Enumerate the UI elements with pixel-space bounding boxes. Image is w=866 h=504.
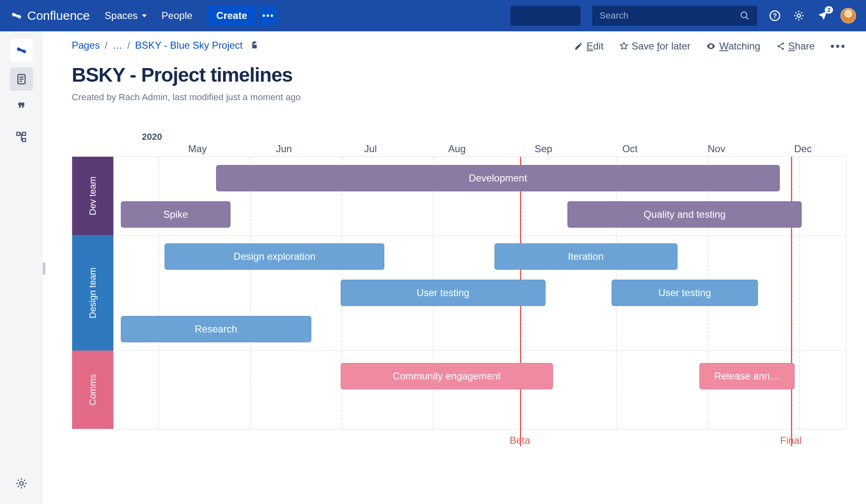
page-title: BSKY - Project timelines bbox=[72, 64, 846, 86]
bar-research[interactable]: Research bbox=[121, 316, 311, 342]
month-label: Aug bbox=[414, 143, 500, 156]
bar-user-testing-1[interactable]: User testing bbox=[341, 280, 546, 306]
month-label: Oct bbox=[587, 143, 673, 156]
breadcrumb: Pages / … / BSKY - Blue Sky Project bbox=[72, 40, 574, 51]
create-button[interactable]: Create bbox=[207, 6, 257, 26]
lane-label-design: Design team bbox=[72, 235, 113, 351]
bar-release-announcement[interactable]: Release ann… bbox=[699, 363, 795, 389]
user-avatar[interactable] bbox=[840, 8, 856, 24]
svg-line-18 bbox=[779, 47, 782, 49]
search-input[interactable]: Search bbox=[592, 6, 757, 26]
search-placeholder: Search bbox=[600, 10, 628, 21]
left-rail: ❞ bbox=[0, 31, 43, 504]
main-content: Edit Save for later Watching Share ••• P… bbox=[43, 31, 866, 504]
watching-button[interactable]: Watching bbox=[706, 40, 760, 52]
edit-button[interactable]: Edit bbox=[574, 40, 603, 52]
bar-user-testing-2[interactable]: User testing bbox=[612, 280, 758, 306]
pencil-icon bbox=[574, 42, 583, 51]
confluence-icon bbox=[10, 9, 23, 22]
bar-design-exploration[interactable]: Design exploration bbox=[165, 243, 384, 270]
chart-months-header: May Jun Jul Aug Sep Oct Nov Dec bbox=[113, 132, 846, 156]
save-for-later-button[interactable]: Save for later bbox=[619, 40, 691, 52]
search-icon bbox=[740, 11, 750, 21]
bar-iteration[interactable]: Iteration bbox=[494, 243, 678, 270]
svg-point-12 bbox=[20, 482, 24, 485]
edit-label: Edit bbox=[586, 40, 603, 52]
lane-label-comms: Comms bbox=[72, 351, 113, 429]
svg-rect-10 bbox=[23, 132, 26, 136]
page-meta: Created by Rach Admin, last modified jus… bbox=[72, 92, 846, 103]
svg-text:?: ? bbox=[773, 12, 777, 19]
month-label: Jul bbox=[327, 143, 414, 156]
tree-icon bbox=[15, 131, 28, 143]
star-icon bbox=[619, 42, 628, 51]
svg-rect-9 bbox=[17, 132, 20, 136]
month-label: Nov bbox=[673, 143, 760, 156]
rail-pages[interactable] bbox=[10, 68, 33, 91]
nav-spaces-label: Spaces bbox=[105, 10, 138, 21]
nav-people-label: People bbox=[162, 10, 193, 21]
chart-grid: Beta Final Development Spike Quality and… bbox=[113, 157, 846, 429]
eye-icon bbox=[706, 41, 716, 51]
notification-badge: 2 bbox=[825, 6, 833, 14]
help-icon[interactable]: ? bbox=[769, 9, 781, 22]
month-label: May bbox=[154, 143, 241, 156]
breadcrumb-sep: / bbox=[105, 40, 108, 51]
save-label: Save for later bbox=[632, 40, 691, 52]
settings-icon[interactable] bbox=[793, 9, 805, 22]
month-label: Sep bbox=[500, 143, 587, 156]
brand-name: Confluence bbox=[27, 9, 90, 23]
more-actions-button[interactable]: ••• bbox=[831, 40, 846, 53]
svg-rect-11 bbox=[23, 139, 26, 142]
svg-point-0 bbox=[741, 12, 747, 18]
month-label: Jun bbox=[241, 143, 327, 156]
breadcrumb-pages[interactable]: Pages bbox=[72, 40, 100, 51]
top-nav: Confluence Spaces People Create ••• Sear… bbox=[0, 0, 866, 31]
bar-community-engagement[interactable]: Community engagement bbox=[341, 363, 553, 389]
svg-line-1 bbox=[746, 17, 748, 19]
rail-space-settings[interactable] bbox=[10, 472, 33, 495]
breadcrumb-sep: / bbox=[127, 40, 130, 51]
quote-icon: ❞ bbox=[18, 100, 25, 116]
month-label: Dec bbox=[760, 143, 846, 156]
milestone-line-final bbox=[791, 157, 792, 446]
notifications-icon[interactable]: 2 bbox=[817, 9, 829, 22]
bar-development[interactable]: Development bbox=[216, 165, 780, 191]
chevron-down-icon bbox=[142, 14, 147, 17]
page-actions: Edit Save for later Watching Share ••• bbox=[574, 40, 846, 53]
roadmap-chart: 2020 May Jun Jul Aug Sep Oct Nov Dec Dev… bbox=[72, 132, 846, 429]
svg-line-17 bbox=[779, 44, 782, 46]
chart-year: 2020 bbox=[142, 132, 162, 142]
rail-resize-handle[interactable] bbox=[43, 262, 45, 275]
nav-spaces[interactable]: Spaces bbox=[105, 10, 147, 21]
create-more-button[interactable]: ••• bbox=[259, 6, 277, 25]
milestone-label-final: Final bbox=[780, 435, 802, 446]
share-button[interactable]: Share bbox=[776, 40, 815, 52]
bar-quality-testing[interactable]: Quality and testing bbox=[567, 201, 802, 228]
svg-point-4 bbox=[797, 14, 800, 17]
bar-spike[interactable]: Spike bbox=[121, 201, 231, 228]
brand-logo[interactable]: Confluence bbox=[10, 9, 90, 23]
app-switcher[interactable] bbox=[511, 6, 581, 26]
svg-point-13 bbox=[710, 45, 712, 47]
breadcrumb-project[interactable]: BSKY - Blue Sky Project bbox=[135, 40, 242, 51]
rail-space-logo[interactable] bbox=[10, 39, 33, 62]
page-icon bbox=[15, 73, 28, 85]
share-icon bbox=[776, 42, 785, 51]
breadcrumb-ellipsis[interactable]: … bbox=[113, 40, 122, 51]
confluence-space-icon bbox=[15, 44, 28, 57]
lane-labels: Dev team Design team Comms bbox=[72, 157, 113, 429]
share-label: Share bbox=[788, 40, 815, 52]
nav-people[interactable]: People bbox=[162, 10, 193, 21]
rail-blog[interactable]: ❞ bbox=[10, 97, 33, 120]
watching-label: Watching bbox=[719, 40, 760, 52]
milestone-label-beta: Beta bbox=[510, 435, 530, 446]
restrictions-icon[interactable] bbox=[250, 41, 259, 50]
gear-icon bbox=[15, 477, 28, 490]
rail-page-tree[interactable] bbox=[10, 125, 33, 148]
lane-label-dev: Dev team bbox=[72, 157, 113, 235]
